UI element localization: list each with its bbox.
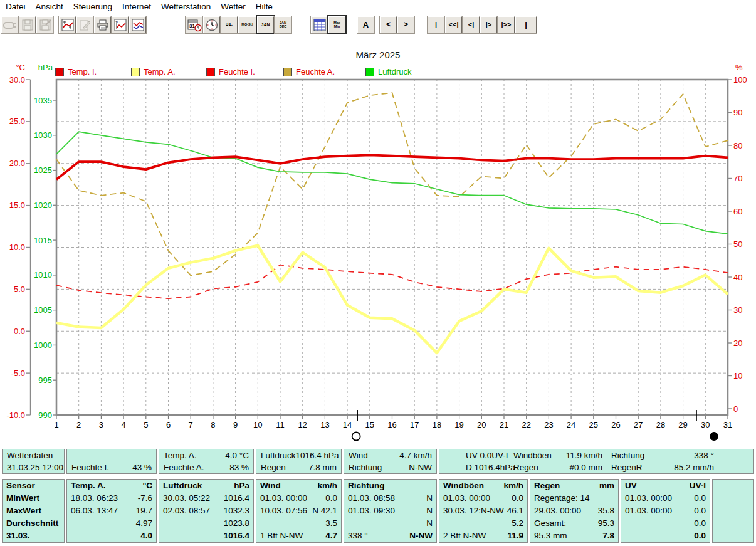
summary-cell-label: 01.03. 09:30 [348, 505, 395, 517]
menu-item-wetterstation[interactable]: Wetterstation [156, 1, 216, 13]
summary-row: 338 °N-NW [344, 530, 436, 542]
summary-cell-value: 0.0 [512, 492, 523, 505]
day-tick-label: 1 [54, 420, 58, 429]
status-row: 31.03.25 12:00 [3, 461, 64, 473]
toolbar-connect-button[interactable] [1, 16, 18, 33]
summary-row: 10.03. 07:56N 42.1 [256, 505, 341, 517]
hpa-unit-label: hPa [38, 63, 53, 72]
toolbar-save-button[interactable] [19, 16, 36, 33]
status-row: Luftdruck1016.4 hPa [256, 449, 341, 461]
menu-item-steuerung[interactable]: Steuerung [68, 1, 117, 13]
toolbar-date-select-button[interactable]: 31 [186, 16, 202, 33]
summary-row: 01.03. 09:30N [344, 505, 436, 517]
summary-row: 4.97 [67, 517, 156, 530]
summary-unit: mm [599, 480, 614, 492]
status-row [67, 449, 156, 461]
toolbar-chart-multi-button[interactable] [129, 16, 146, 33]
toolbar-print-button[interactable] [94, 16, 111, 33]
toolbar-view-year-button[interactable]: JAN DEC [275, 16, 291, 33]
summary-row [713, 492, 753, 505]
summary-row-label: MaxWert [3, 505, 64, 517]
percent-tick-label: 50 [733, 239, 742, 249]
day-tick-label: 21 [500, 420, 508, 429]
summary-row: 18.03. 06:23-7.6 [67, 492, 156, 505]
day-tick-label: 17 [410, 420, 419, 429]
toolbar-auto-scale-button[interactable]: A [357, 16, 374, 33]
summary-unit: UV-I [690, 480, 706, 492]
status-label: Temp. A. [164, 449, 197, 461]
day-tick-label: 15 [365, 420, 374, 429]
summary-cell-value: 46.1 [507, 505, 523, 517]
toolbar-save-as-button[interactable] [36, 16, 53, 33]
menu-item-internet[interactable]: Internet [117, 1, 156, 13]
full-moon-icon [352, 433, 360, 441]
toolbar-step-forward-button[interactable]: |> [480, 16, 497, 33]
toolbar-go-start-button[interactable]: | [428, 16, 444, 33]
day-tick-label: 4 [121, 420, 125, 429]
summary-cell-value: 95.3 [598, 517, 614, 530]
summary-row-label: MinWert [3, 492, 64, 505]
toolbar-time-select-button[interactable] [203, 16, 220, 33]
toolbar-edit-button[interactable] [76, 16, 93, 33]
summary-row: 95.3 mm7.8 [530, 530, 618, 542]
summary-sensor-name: Temp. A. [71, 480, 106, 492]
summary-label: MinWert [6, 492, 39, 505]
status-value: 4.7 km/h [399, 449, 432, 461]
toolbar-view-week-button[interactable]: MO-SU [238, 16, 256, 33]
summary-row: 06.03. 13:4719.7 [67, 505, 156, 517]
hpa-tick-label: 1030 [34, 130, 52, 140]
summary-cell-value: N-NW [409, 530, 433, 542]
status-row: Regen7.8 mm [256, 461, 341, 473]
day-tick-label: 22 [522, 420, 530, 429]
status-cell: Feuchte I.43 % [66, 449, 157, 474]
toolbar-chart-temp-button[interactable] [59, 16, 76, 33]
summary-row: 0.0 [621, 517, 710, 530]
summary-row: 01.03. 08:58N [344, 492, 436, 505]
toolbar-fast-forward-button[interactable]: |>> [498, 16, 515, 33]
toolbar-group: Max Min [311, 16, 346, 33]
summary-unit: °C [143, 480, 152, 492]
toolbar-prev-button[interactable]: < [380, 16, 397, 33]
summary-row-label: Sensor [3, 480, 64, 492]
summary-row [713, 505, 753, 517]
summary-row: 01.03. 00:000.0 [439, 492, 527, 505]
summary-header: Windböenkm/h [439, 480, 527, 492]
menu-item-wetter[interactable]: Wetter [216, 1, 251, 13]
day-tick-label: 8 [211, 420, 215, 429]
toolbar-go-end-button[interactable]: | [515, 16, 537, 33]
summary-row: 30.03. 12:N-NW46.1 [439, 505, 527, 517]
menu-item-datei[interactable]: Datei [1, 1, 31, 13]
day-tick-label: 23 [544, 420, 553, 429]
toolbar-table-view-button[interactable] [311, 16, 328, 33]
chart-temp-icon [61, 18, 75, 32]
summary-unit: km/h [317, 480, 337, 492]
day-tick-label: 29 [678, 420, 687, 429]
summary-cell-value: 0.0 [694, 530, 706, 542]
summary-header: Regenmm [530, 480, 618, 492]
menu-item-hilfe[interactable]: Hilfe [251, 1, 278, 13]
summary-cell-value: 11.9 [507, 530, 523, 542]
summary-header: Richtung [344, 480, 436, 492]
toolbar-max-min-button[interactable]: Max Min [328, 16, 345, 33]
menu-item-ansicht[interactable]: Ansicht [31, 1, 68, 13]
calendar-clock-icon: 31 [187, 18, 202, 32]
summary-cell-value: N 42.1 [312, 505, 337, 517]
app-window: { "menu_bar": {"items": ["Datei", "Ansic… [0, 0, 756, 546]
toolbar-chart-climate-button[interactable]: °C [112, 16, 129, 33]
toolbar-group: <> [380, 16, 415, 33]
status-value: 11.9 km/h [557, 449, 602, 461]
toolbar-step-back-button[interactable]: <| [463, 16, 480, 33]
toolbar-group: 3131.MO-SUJANJAN DEC [186, 16, 292, 33]
summary-cell-value: 0.0 [694, 517, 706, 530]
summary-cell-value: 4.97 [136, 517, 152, 530]
status-row: Feuchte A.83 % [159, 461, 253, 473]
status-row: Wind4.7 km/h [344, 449, 436, 461]
day-tick-label: 13 [320, 420, 329, 429]
toolbar-view-month-button[interactable]: JAN [257, 16, 274, 33]
toolbar-fast-back-button[interactable]: <<| [445, 16, 462, 33]
toolbar-view-day-button[interactable]: 31. [221, 16, 238, 33]
summary-sensor-name: Richtung [348, 480, 385, 492]
hpa-tick-label: 995 [38, 375, 52, 385]
summary-cell-label: 338 ° [348, 530, 368, 542]
toolbar-next-button[interactable]: > [397, 16, 414, 33]
